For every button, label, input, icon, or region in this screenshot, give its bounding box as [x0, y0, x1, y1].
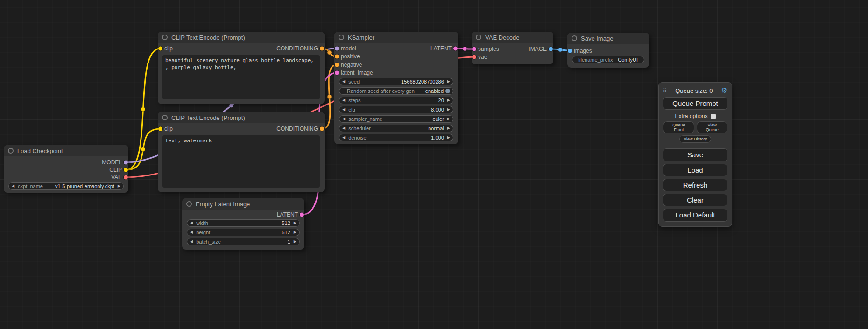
load-default-button[interactable]: Load Default — [663, 209, 727, 221]
node-save-image[interactable]: Save Image images filename_prefix ComfyU… — [567, 33, 649, 68]
input-slot-latent-image[interactable] — [335, 71, 339, 75]
collapse-dot-icon[interactable] — [476, 35, 481, 40]
queue-size-label: Queue size: 0 — [667, 87, 721, 94]
settings-gear-icon[interactable]: ⚙ — [721, 86, 727, 95]
decrement-arrow-icon[interactable]: ◀ — [342, 126, 345, 130]
widget-seed[interactable]: ◀ seed 156680208700286 ▶ — [339, 78, 453, 85]
widget-value: ComfyUI — [618, 57, 638, 63]
decrement-arrow-icon[interactable]: ◀ — [342, 108, 345, 112]
node-title: CLIP Text Encode (Prompt) — [171, 34, 245, 41]
widget-value: v1-5-pruned-emaonly.ckpt — [55, 183, 114, 189]
output-label-conditioning: CONDITIONING — [276, 45, 318, 52]
node-titlebar[interactable]: Empty Latent Image — [182, 198, 304, 210]
input-slot-images[interactable] — [568, 49, 572, 53]
widget-value: enabled — [425, 88, 444, 94]
node-titlebar[interactable]: Save Image — [567, 33, 649, 44]
increment-arrow-icon[interactable]: ▶ — [294, 240, 296, 244]
widget-random-seed-toggle[interactable]: Random seed after every gen enabled — [339, 87, 453, 95]
decrement-arrow-icon[interactable]: ◀ — [190, 231, 193, 234]
extra-options-checkbox[interactable] — [711, 114, 716, 119]
toggle-knob-icon[interactable] — [445, 89, 450, 93]
decrement-arrow-icon[interactable]: ◀ — [342, 117, 345, 121]
decrement-arrow-icon[interactable]: ◀ — [342, 80, 345, 84]
widget-ckpt-name[interactable]: ◀ ckpt_name v1-5-pruned-emaonly.ckpt ▶ — [8, 182, 124, 190]
increment-arrow-icon[interactable]: ▶ — [447, 108, 450, 112]
node-titlebar[interactable]: KSampler — [334, 32, 458, 43]
widget-label: width — [196, 220, 208, 226]
node-titlebar[interactable]: CLIP Text Encode (Prompt) — [158, 32, 325, 43]
widget-label: denoise — [348, 135, 367, 140]
decrement-arrow-icon[interactable]: ◀ — [12, 184, 14, 188]
output-slot-model[interactable] — [124, 161, 128, 165]
widget-cfg[interactable]: ◀ cfg 8.000 ▶ — [339, 106, 453, 113]
output-slot-latent[interactable] — [300, 213, 304, 217]
widget-value: 1 — [288, 239, 290, 245]
widget-height[interactable]: ◀ height 512 ▶ — [187, 229, 300, 236]
widget-label: Random seed after every gen — [347, 88, 415, 94]
decrement-arrow-icon[interactable]: ◀ — [190, 221, 193, 225]
increment-arrow-icon[interactable]: ▶ — [447, 117, 450, 121]
view-queue-button[interactable]: View Queue — [697, 121, 727, 133]
clear-button[interactable]: Clear — [663, 194, 727, 206]
node-clip-text-encode-positive[interactable]: CLIP Text Encode (Prompt) clip CONDITION… — [158, 32, 325, 104]
input-slot-vae[interactable] — [472, 55, 476, 59]
collapse-dot-icon[interactable] — [162, 115, 168, 120]
collapse-dot-icon[interactable] — [186, 201, 192, 207]
input-slot-samples[interactable] — [472, 47, 476, 51]
increment-arrow-icon[interactable]: ▶ — [294, 221, 296, 225]
prompt-textarea[interactable]: text, watermark — [162, 135, 320, 188]
increment-arrow-icon[interactable]: ▶ — [447, 136, 450, 140]
input-slot-clip[interactable] — [158, 127, 162, 131]
node-titlebar[interactable]: Load Checkpoint — [4, 145, 128, 156]
increment-arrow-icon[interactable]: ▶ — [118, 184, 120, 188]
input-slot-negative[interactable] — [335, 63, 339, 67]
prompt-textarea[interactable]: beautiful scenery nature glass bottle la… — [162, 55, 320, 99]
widget-sampler-name[interactable]: ◀ sampler_name euler ▶ — [339, 115, 453, 123]
increment-arrow-icon[interactable]: ▶ — [447, 126, 450, 130]
widget-batch-size[interactable]: ◀ batch_size 1 ▶ — [187, 238, 300, 245]
drag-handle-icon[interactable]: ⠿ — [663, 88, 667, 94]
widget-steps[interactable]: ◀ steps 20 ▶ — [339, 97, 453, 104]
widget-value: 20 — [438, 98, 444, 103]
load-button[interactable]: Load — [663, 164, 727, 176]
collapse-dot-icon[interactable] — [162, 35, 168, 40]
decrement-arrow-icon[interactable]: ◀ — [342, 98, 345, 102]
output-slot-vae[interactable] — [124, 175, 128, 180]
save-button[interactable]: Save — [663, 148, 727, 161]
output-slot-image[interactable] — [549, 47, 553, 51]
decrement-arrow-icon[interactable]: ◀ — [342, 136, 345, 140]
node-titlebar[interactable]: CLIP Text Encode (Prompt) — [158, 112, 325, 123]
output-slot-latent[interactable] — [453, 46, 458, 50]
collapse-dot-icon[interactable] — [339, 35, 344, 40]
increment-arrow-icon[interactable]: ▶ — [447, 98, 450, 102]
queue-front-button[interactable]: Queue Front — [663, 121, 694, 133]
output-label-conditioning: CONDITIONING — [276, 126, 318, 132]
node-clip-text-encode-negative[interactable]: CLIP Text Encode (Prompt) clip CONDITION… — [158, 112, 325, 192]
node-title: Load Checkpoint — [17, 147, 63, 154]
output-slot-conditioning[interactable] — [320, 47, 324, 51]
node-load-checkpoint[interactable]: Load Checkpoint MODEL CLIP VAE ◀ ckpt_na… — [4, 145, 128, 193]
collapse-dot-icon[interactable] — [8, 148, 14, 154]
view-history-button[interactable]: View History — [679, 135, 711, 143]
node-ksampler[interactable]: KSampler model LATENT positive negative … — [334, 32, 458, 144]
node-empty-latent-image[interactable]: Empty Latent Image LATENT ◀ width 512 ▶ … — [182, 198, 304, 250]
collapse-dot-icon[interactable] — [572, 35, 577, 41]
queue-prompt-button[interactable]: Queue Prompt — [663, 97, 727, 110]
input-slot-model[interactable] — [335, 46, 339, 50]
output-slot-conditioning[interactable] — [320, 127, 324, 131]
widget-scheduler[interactable]: ◀ scheduler normal ▶ — [339, 125, 453, 132]
input-slot-clip[interactable] — [158, 47, 162, 51]
input-slot-positive[interactable] — [335, 55, 339, 59]
increment-arrow-icon[interactable]: ▶ — [294, 231, 296, 234]
node-titlebar[interactable]: VAE Decode — [472, 32, 553, 43]
node-vae-decode[interactable]: VAE Decode samples IMAGE vae — [472, 32, 553, 64]
widget-filename-prefix[interactable]: filename_prefix ComfyUI — [572, 56, 644, 63]
refresh-button[interactable]: Refresh — [663, 179, 727, 191]
widget-label: batch_size — [196, 239, 221, 245]
widget-denoise[interactable]: ◀ denoise 1.000 ▶ — [339, 134, 453, 141]
increment-arrow-icon[interactable]: ▶ — [447, 80, 450, 84]
link-image-to-save-image — [551, 48, 570, 52]
widget-width[interactable]: ◀ width 512 ▶ — [187, 219, 300, 227]
decrement-arrow-icon[interactable]: ◀ — [190, 240, 193, 244]
output-slot-clip[interactable] — [124, 168, 128, 172]
